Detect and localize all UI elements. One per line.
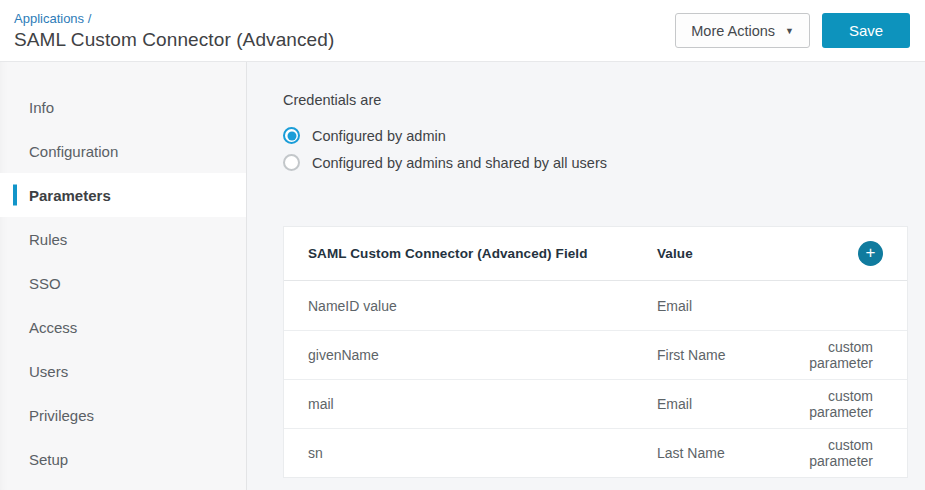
- sidebar-item-label: Access: [29, 319, 77, 336]
- cell-field: NameID value: [308, 298, 657, 314]
- cell-note: custom parameter: [772, 339, 873, 371]
- cell-value: Email: [657, 298, 772, 314]
- sidebar-item-label: Setup: [29, 451, 68, 468]
- sidebar-item-configuration[interactable]: Configuration: [0, 129, 246, 173]
- sidebar-item-label: Parameters: [29, 187, 111, 204]
- sidebar-nav: Info Configuration Parameters Rules SSO …: [0, 62, 247, 490]
- parameters-table: SAML Custom Connector (Advanced) Field V…: [283, 226, 908, 478]
- sidebar-item-privileges[interactable]: Privileges: [0, 393, 246, 437]
- credentials-radio-group: Configured by admin Configured by admins…: [283, 127, 908, 171]
- radio-button-selected-icon[interactable]: [283, 127, 300, 144]
- table-header-row: SAML Custom Connector (Advanced) Field V…: [284, 227, 907, 281]
- more-actions-label: More Actions: [691, 23, 775, 39]
- table-row[interactable]: sn Last Name custom parameter: [284, 428, 907, 477]
- cell-field: sn: [308, 445, 657, 461]
- table-row[interactable]: givenName First Name custom parameter: [284, 330, 907, 379]
- credentials-label: Credentials are: [283, 92, 908, 108]
- more-actions-button[interactable]: More Actions ▼: [675, 13, 810, 48]
- cell-field: mail: [308, 396, 657, 412]
- page-title: SAML Custom Connector (Advanced): [14, 29, 334, 51]
- table-row[interactable]: NameID value Email: [284, 281, 907, 330]
- add-parameter-button[interactable]: +: [858, 241, 883, 266]
- breadcrumb[interactable]: Applications /: [14, 11, 334, 26]
- radio-option-label[interactable]: Configured by admins and shared by all u…: [312, 155, 607, 171]
- page-body: Info Configuration Parameters Rules SSO …: [0, 62, 925, 490]
- save-button[interactable]: Save: [822, 13, 910, 48]
- sidebar-item-users[interactable]: Users: [0, 349, 246, 393]
- cell-note: custom parameter: [772, 437, 873, 469]
- sidebar-item-label: Configuration: [29, 143, 118, 160]
- plus-icon: +: [866, 244, 876, 261]
- sidebar-item-label: Privileges: [29, 407, 94, 424]
- cell-value: Email: [657, 396, 772, 412]
- column-header-field: SAML Custom Connector (Advanced) Field: [308, 246, 657, 261]
- cell-note: custom parameter: [772, 388, 873, 420]
- sidebar-item-rules[interactable]: Rules: [0, 217, 246, 261]
- application-settings-page: Applications / SAML Custom Connector (Ad…: [0, 0, 925, 490]
- active-indicator: [13, 185, 17, 206]
- header-actions: More Actions ▼ Save: [675, 13, 910, 48]
- sidebar-item-access[interactable]: Access: [0, 305, 246, 349]
- chevron-down-icon: ▼: [785, 25, 794, 36]
- cell-value: Last Name: [657, 445, 772, 461]
- top-header-bar: Applications / SAML Custom Connector (Ad…: [0, 0, 925, 62]
- radio-option-label[interactable]: Configured by admin: [312, 128, 446, 144]
- sidebar-item-label: SSO: [29, 275, 61, 292]
- radio-option-shared-by-all-users[interactable]: Configured by admins and shared by all u…: [283, 154, 908, 171]
- table-row[interactable]: mail Email custom parameter: [284, 379, 907, 428]
- sidebar-item-label: Users: [29, 363, 68, 380]
- radio-button-unselected-icon[interactable]: [283, 154, 300, 171]
- sidebar-item-parameters[interactable]: Parameters: [0, 173, 246, 217]
- header-titles: Applications / SAML Custom Connector (Ad…: [14, 11, 334, 51]
- sidebar-item-sso[interactable]: SSO: [0, 261, 246, 305]
- sidebar-item-label: Info: [29, 99, 54, 116]
- radio-option-configured-by-admin[interactable]: Configured by admin: [283, 127, 908, 144]
- sidebar-item-info[interactable]: Info: [0, 85, 246, 129]
- sidebar-item-label: Rules: [29, 231, 67, 248]
- column-header-value: Value: [657, 246, 858, 261]
- main-content: Credentials are Configured by admin Conf…: [247, 62, 925, 490]
- cell-field: givenName: [308, 347, 657, 363]
- sidebar-item-setup[interactable]: Setup: [0, 437, 246, 481]
- cell-value: First Name: [657, 347, 772, 363]
